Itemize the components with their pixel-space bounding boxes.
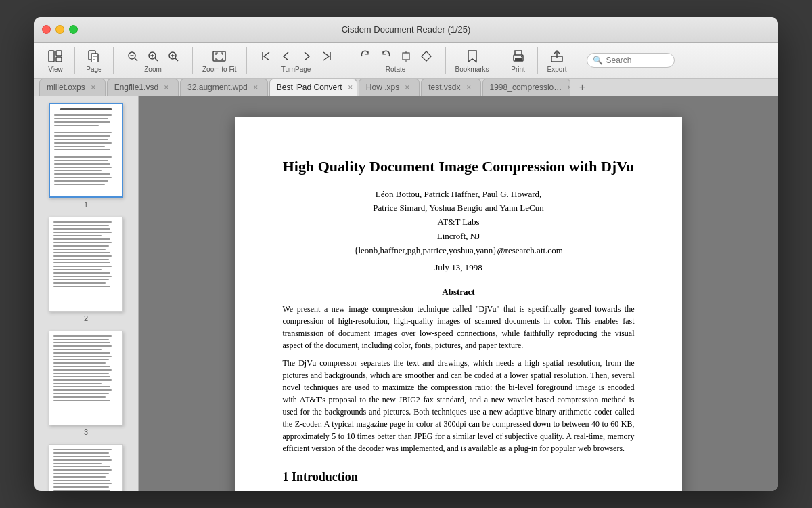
zoom-label: Zoom <box>144 66 162 73</box>
sep6 <box>445 47 446 74</box>
thumb-page-4[interactable]: 4 <box>49 444 123 491</box>
search-input[interactable] <box>606 56 674 65</box>
thumb-num-3: 3 <box>84 428 88 436</box>
rotate2-icon[interactable] <box>376 48 395 64</box>
bookmarks-label: Bookmarks <box>455 66 489 73</box>
tab-label: Engfile1.vsd <box>114 83 158 92</box>
toolbar-group-bookmarks: Bookmarks <box>451 48 493 73</box>
turn-prev-icon[interactable] <box>277 48 296 64</box>
tab-close-bestipad[interactable]: ✕ <box>346 83 355 92</box>
svg-rect-25 <box>422 51 431 60</box>
print-label: Print <box>511 66 525 73</box>
tab-close-testvsdx[interactable]: ✕ <box>464 83 474 92</box>
thumbnail-sidebar: 1 <box>34 96 139 491</box>
bookmarks-icon[interactable] <box>463 48 482 64</box>
tab-how[interactable]: How .xps ✕ <box>359 79 420 96</box>
zoom-reset-icon[interactable] <box>143 48 162 64</box>
tab-label: millet.oxps <box>47 83 85 92</box>
svg-line-18 <box>175 58 178 61</box>
toolbar-group-rotate: Rotate <box>352 48 440 73</box>
toolbar-group-export: Export <box>543 48 571 73</box>
toolbar: View Page <box>34 43 778 79</box>
tab-testvsdx[interactable]: test.vsdx ✕ <box>421 79 480 96</box>
view-icon[interactable] <box>46 48 65 64</box>
export-label: Export <box>547 66 567 73</box>
tab-label: Best iPad Convert <box>277 83 342 92</box>
document-area[interactable]: High Quality Document Image Compression … <box>139 96 778 491</box>
tabs-bar: millet.oxps ✕ Engfile1.vsd ✕ 32.augment.… <box>34 79 778 96</box>
turnpage-icons-row <box>256 48 336 64</box>
tab-close-engfile[interactable]: ✕ <box>162 83 171 92</box>
authors-line2: Patrice Simard, Yoshua Bengio and Yann L… <box>373 203 543 213</box>
toolbar-group-print: Print <box>505 48 532 73</box>
tab-label: test.vsdx <box>428 83 460 92</box>
sep5 <box>346 47 346 74</box>
thumb-num-2: 2 <box>84 314 88 322</box>
tab-close-1998[interactable]: ✕ <box>565 83 570 92</box>
location: Lincroft, NJ <box>437 231 480 241</box>
tab-close-how[interactable]: ✕ <box>403 83 412 92</box>
main-content: 1 <box>34 96 778 491</box>
maximize-button[interactable] <box>69 25 78 34</box>
tab-millet[interactable]: millet.oxps ✕ <box>39 79 106 96</box>
print-icon[interactable] <box>509 48 528 64</box>
thumb-num-1: 1 <box>84 200 88 209</box>
abstract-title: Abstract <box>283 287 635 297</box>
thumbnail-2[interactable] <box>49 217 123 312</box>
document-page: High Quality Document Image Compression … <box>235 117 682 491</box>
svg-rect-22 <box>403 53 409 60</box>
rotate3-icon[interactable] <box>397 48 415 64</box>
doc-body: We present a new image compression techn… <box>283 303 635 491</box>
toolbar-group-page: Page <box>81 48 108 73</box>
page-icon[interactable] <box>85 48 104 64</box>
sep3 <box>192 47 193 74</box>
svg-line-10 <box>135 58 137 61</box>
affiliation: AT&T Labs <box>437 217 479 227</box>
thumb-page-1[interactable]: 1 <box>49 103 123 209</box>
app-window: Cisdem Document Reader (1/25) View <box>34 17 778 491</box>
close-button[interactable] <box>42 25 51 34</box>
tab-engfile[interactable]: Engfile1.vsd ✕ <box>107 79 179 96</box>
search-box[interactable]: 🔍 <box>587 53 675 68</box>
turn-next-icon[interactable] <box>297 48 316 64</box>
zoom-icons-row <box>123 48 183 64</box>
svg-rect-1 <box>56 51 62 56</box>
tab-add-button[interactable]: + <box>574 79 591 96</box>
toolbar-group-view: View <box>42 48 69 73</box>
tab-augment[interactable]: 32.augment.wpd ✕ <box>180 79 268 96</box>
tab-close-augment[interactable]: ✕ <box>251 83 261 92</box>
email: {leonb,haffner,pgh,patrice,yoshua,yann}@… <box>354 245 563 255</box>
thumbnail-4[interactable] <box>49 444 123 491</box>
rotate4-icon[interactable] <box>417 48 436 64</box>
zoom-fit-icon[interactable] <box>210 48 229 64</box>
minimize-button[interactable] <box>55 25 64 34</box>
thumb-page-3[interactable]: 3 <box>49 331 123 436</box>
rotate1-icon[interactable] <box>356 48 375 64</box>
turnpage-label: TurnPage <box>281 66 311 73</box>
doc-authors-line1: Léon Bottou, Patrick Haffner, Paul G. Ho… <box>283 188 635 258</box>
zoom-fit-label: Zoom to Fit <box>202 66 237 73</box>
thumbnail-1[interactable] <box>49 103 123 198</box>
svg-rect-2 <box>56 57 62 62</box>
svg-line-14 <box>155 58 158 61</box>
turn-last-icon[interactable] <box>317 48 336 64</box>
sep8 <box>537 47 538 74</box>
thumbnail-3[interactable] <box>49 331 123 425</box>
tab-close-millet[interactable]: ✕ <box>89 83 98 92</box>
svg-rect-0 <box>49 51 54 62</box>
zoom-out-icon[interactable] <box>123 48 142 64</box>
view-label: View <box>48 66 63 73</box>
thumb-page-2[interactable]: 2 <box>49 217 123 322</box>
sep4 <box>246 47 247 74</box>
abstract-para2: The DjVu compressor separates the text a… <box>283 357 635 454</box>
sep2 <box>113 47 114 74</box>
turn-first-icon[interactable] <box>256 48 275 64</box>
tab-label: How .xps <box>366 83 399 92</box>
rotate-label: Rotate <box>386 66 405 73</box>
export-icon[interactable] <box>547 48 566 64</box>
sep9 <box>577 47 577 74</box>
doc-title: High Quality Document Image Compression … <box>283 157 635 177</box>
tab-bestipad[interactable]: Best iPad Convert ✕ <box>269 79 357 96</box>
zoom-in-icon[interactable] <box>164 48 183 64</box>
tab-1998[interactable]: 1998_compressio… ✕ <box>482 79 570 96</box>
